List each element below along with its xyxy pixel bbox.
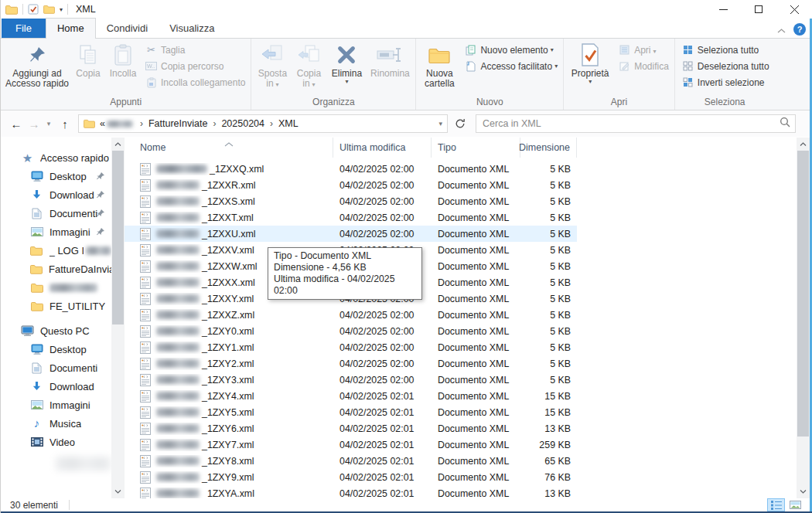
file-name: _1ZXY4.xml [202,391,254,402]
sidebar-item-documenti[interactable]: Documenti [1,358,111,377]
sidebar-scrollbar[interactable] [111,138,125,498]
new-item-button[interactable]: Nuovo elemento ▾ [460,42,561,58]
select-all-button[interactable]: Seleziona tutto [677,42,773,58]
paste-label: Incolla [110,69,137,79]
table-row[interactable]: _1ZXXU.xml04/02/2025 02:00Documento XML5… [125,226,577,242]
vertical-scrollbar[interactable] [797,138,810,498]
file-type-cell: Documento XML [432,196,520,207]
xml-file-icon [140,195,151,208]
refresh-icon[interactable] [451,114,469,133]
qat-new-folder-icon[interactable] [43,5,55,14]
redacted-name-prefix [156,408,200,416]
file-name: _1ZXYA.xml [202,488,254,499]
sidebar-item-video[interactable]: Video [1,433,111,451]
table-row[interactable]: _1ZXY7.xml04/02/2025 02:01Documento XML2… [125,437,577,453]
table-row[interactable]: _1ZXY0.xml04/02/2025 02:00Documento XML5… [125,323,577,339]
thumbnail-view-button[interactable] [786,498,804,511]
properties-button[interactable]: Proprietà ▾ [566,39,614,84]
invert-selection-button[interactable]: Inverti selezione [677,74,773,90]
file-modified-cell: 04/02/2025 02:00 [333,180,432,191]
help-icon[interactable]: ? [793,23,806,36]
table-row[interactable]: _1ZXY4.xml04/02/2025 02:01Documento XML1… [125,388,577,404]
table-row[interactable]: _1ZXXT.xml04/02/2025 02:00Documento XML5… [125,209,577,226]
up-icon[interactable]: ↑ [55,117,75,131]
qat-customize-chevron-icon[interactable]: ▾ [60,6,63,13]
ribbon-collapse-icon[interactable] [777,22,786,36]
address-dropdown-chevron-icon[interactable]: ▾ [438,120,442,127]
table-row[interactable]: _1ZXY1.xml04/02/2025 02:00Documento XML5… [125,339,577,355]
table-row[interactable]: _1ZXY9.xml04/02/2025 02:01Documento XML7… [125,469,577,485]
scroll-down-icon[interactable] [797,485,810,498]
copy-path-label: Copia percorso [161,61,223,72]
qat-properties-icon[interactable] [28,4,39,15]
deselect-all-button[interactable]: Deseleziona tutto [677,58,773,74]
sidebar-item-musica[interactable]: ♪Musica [1,414,111,433]
sidebar-item-fatturedainviare[interactable]: FattureDaInviare [1,260,111,278]
sidebar-item-accesso-rapido[interactable]: ★Accesso rapido [1,148,111,167]
search-input[interactable] [481,117,780,130]
sidebar-item-download[interactable]: Download [1,377,111,396]
forward-icon[interactable]: → [26,117,43,131]
table-row[interactable]: _1ZXYA.xml04/02/2025 02:01Documento XML1… [125,485,577,498]
open-button[interactable]: Apri▾ [614,42,672,58]
table-row[interactable]: _1ZXY6.xml04/02/2025 02:01Documento XML1… [125,420,577,437]
scrollbar-thumb[interactable] [797,151,809,437]
easy-access-button[interactable]: Accesso facilitato ▾ [460,58,561,74]
column-header-dimensione[interactable]: Dimensione [520,138,577,158]
tab-condividi[interactable]: Condividi [96,19,159,38]
delete-button[interactable]: Elimina ▾ [326,39,367,84]
minimize-button[interactable] [705,0,741,19]
copy-path-button[interactable]: W.. Copia percorso [141,58,248,74]
details-view-button[interactable] [767,498,785,511]
sidebar-item-documenti[interactable]: Documenti [1,204,111,223]
close-button[interactable] [776,0,812,19]
copy-button[interactable]: Copia [71,39,105,79]
tab-file[interactable]: File [2,19,46,38]
column-header-ultima-modifica[interactable]: Ultima modifica [333,138,432,158]
sidebar-item-immagini[interactable]: Immagini [1,396,111,414]
edit-button[interactable]: Modifica [614,58,672,74]
table-row[interactable]: _1ZXY2.xml04/02/2025 02:00Documento XML5… [125,355,577,372]
rename-button[interactable]: Rinomina [367,39,413,79]
paste-button[interactable]: Incolla [105,39,141,79]
sidebar-item-questo-pc[interactable]: Questo PC [1,321,111,340]
pin-to-quick-access-button[interactable]: Aggiungi ad Accesso rapido [3,39,71,89]
sidebar-item-desktop[interactable]: Desktop [1,340,111,358]
table-row[interactable]: _1ZXY8.xml04/02/2025 02:01Documento XML6… [125,453,577,469]
breadcrumb-item-20250204[interactable]: 20250204 [221,118,264,129]
scroll-up-icon[interactable] [797,138,810,151]
tab-visualizza[interactable]: Visualizza [159,19,225,38]
file-type-cell: Documento XML [432,342,520,353]
breadcrumb-item-xml[interactable]: XML [278,118,299,129]
scroll-up-icon[interactable] [111,138,125,151]
move-to-button[interactable]: Sposta in▾ [254,39,291,90]
table-row[interactable]: _1ZXY3.xml04/02/2025 02:00Documento XML5… [125,372,577,388]
scrollbar-thumb[interactable] [112,151,124,324]
sidebar-item-redacted[interactable] [1,278,111,297]
back-icon[interactable]: ← [7,117,26,131]
maximize-button[interactable] [741,0,776,19]
sidebar-item-redacted[interactable] [1,451,111,470]
table-row[interactable]: _1ZXXS.xml04/02/2025 02:00Documento XML5… [125,193,577,209]
tab-home[interactable]: Home [46,18,96,39]
breadcrumb-item-fattureinviate[interactable]: FattureInviate [148,118,207,129]
paste-shortcut-button[interactable]: Incolla collegamento [141,74,248,90]
sidebar-item-log-i[interactable]: _ LOG I [1,241,111,260]
table-row[interactable]: _1ZXXR.xml04/02/2025 02:00Documento XML5… [125,177,577,193]
column-header-tipo[interactable]: Tipo [432,138,520,158]
sidebar-item-download[interactable]: Download [1,185,111,204]
recent-locations-chevron-icon[interactable]: ▾ [43,120,55,127]
table-row[interactable]: _1ZXY5.xml04/02/2025 02:01Documento XML1… [125,404,577,420]
address-bar[interactable]: «›FattureInviate›20250204›XML ▾ [78,114,448,133]
cut-button[interactable]: ✂ Taglia [141,42,248,58]
search-icon[interactable] [780,117,790,131]
new-folder-button[interactable]: Nuova cartella [418,39,460,89]
file-modified-cell: 04/02/2025 02:01 [333,488,432,499]
copy-to-button[interactable]: Copia in▾ [291,39,326,90]
scroll-down-icon[interactable] [111,485,125,498]
sidebar-item-immagini[interactable]: Immagini [1,223,111,241]
sidebar-item-fe-utility[interactable]: FE_UTILITY [1,297,111,315]
sidebar-item-desktop[interactable]: Desktop [1,167,111,185]
table-row[interactable]: _1ZXXQ.xml04/02/2025 02:00Documento XML5… [125,161,577,177]
table-row[interactable]: _1ZXXZ.xml04/02/2025 02:00Documento XML5… [125,307,577,323]
